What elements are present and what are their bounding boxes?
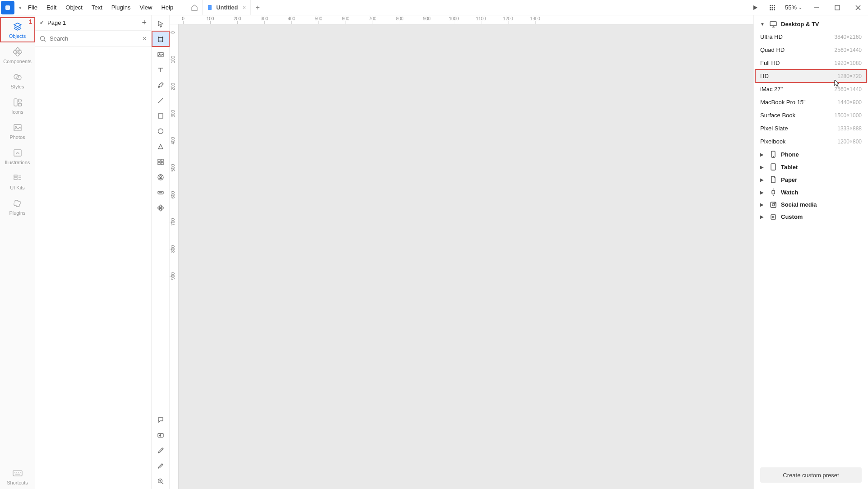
plugins-icon	[13, 198, 23, 208]
page-row[interactable]: ✔ Page 1 +	[35, 15, 151, 31]
menu-edit[interactable]: Edit	[42, 0, 61, 15]
artboard-tool[interactable]	[152, 32, 169, 47]
preset-imac-27[interactable]: iMac 27" 2560×1440	[754, 83, 868, 96]
window-close-button[interactable]	[848, 0, 868, 15]
app-logo[interactable]	[1, 1, 14, 14]
svg-rect-51	[158, 159, 160, 161]
menu-file[interactable]: File	[23, 0, 42, 15]
category-label: Paper	[781, 176, 797, 183]
rail-shortcuts[interactable]: Shortcuts	[0, 464, 35, 489]
svg-rect-42	[159, 37, 162, 41]
clear-search-icon[interactable]: ×	[143, 35, 147, 43]
rail-illustrations[interactable]: Illustrations	[0, 143, 35, 169]
home-icon[interactable]	[187, 4, 202, 11]
svg-rect-29	[14, 175, 17, 177]
page-name: Page 1	[47, 19, 142, 26]
polygon-tool[interactable]	[152, 139, 169, 154]
menu-help[interactable]: Help	[157, 0, 178, 15]
add-page-button[interactable]: +	[142, 18, 147, 28]
ruler-vertical: 0100200300400500600700800900	[170, 24, 179, 489]
text-tool[interactable]	[152, 62, 169, 78]
play-icon[interactable]	[747, 0, 763, 15]
search-input[interactable]	[50, 35, 143, 42]
menu-object[interactable]: Object	[61, 0, 87, 15]
rectangle-tool[interactable]	[152, 108, 169, 124]
rail-uikits[interactable]: UI Kits	[0, 169, 35, 194]
svg-rect-8	[771, 7, 773, 8]
preset-dim: 1200×800	[837, 138, 862, 145]
menubar: ◂ File Edit Object Text Plugins View Hel…	[0, 0, 868, 15]
canvas[interactable]	[179, 24, 753, 489]
svg-point-22	[17, 75, 21, 80]
category-watch[interactable]: ▶ Watch	[754, 186, 868, 198]
rail-styles[interactable]: Styles	[0, 68, 35, 93]
rail-plugins[interactable]: Plugins	[0, 194, 35, 219]
menu-view[interactable]: View	[135, 0, 157, 15]
svg-rect-62	[159, 208, 162, 211]
rail-label: Illustrations	[5, 160, 30, 165]
preset-pixelbook[interactable]: Pixelbook 1200×800	[754, 135, 868, 148]
create-custom-preset-button[interactable]: Create custom preset	[760, 467, 862, 483]
pencil-tool[interactable]	[152, 458, 169, 474]
comment-tool[interactable]	[152, 412, 169, 428]
preset-ultra-hd[interactable]: Ultra HD 3840×2160	[754, 30, 868, 43]
rail-objects[interactable]: 1 Objects	[0, 17, 35, 42]
menu-plugins[interactable]: Plugins	[107, 0, 135, 15]
avatar-tool[interactable]	[152, 170, 169, 185]
category-custom[interactable]: ▶ Custom	[754, 211, 868, 223]
page-expand-icon[interactable]: ✔	[40, 20, 44, 26]
left-rail: 1 Objects Components Styles	[0, 15, 35, 489]
category-desktop[interactable]: ▼ Desktop & TV	[754, 18, 868, 30]
back-caret-icon[interactable]: ◂	[16, 5, 23, 10]
svg-rect-20	[15, 53, 19, 56]
category-social-media[interactable]: ▶ Social media	[754, 198, 868, 211]
tool-column	[152, 15, 170, 489]
svg-line-41	[44, 40, 46, 42]
menu-text[interactable]: Text	[87, 0, 107, 15]
image-tool[interactable]	[152, 47, 169, 62]
caret-down-icon: ▼	[760, 22, 766, 27]
preset-name: iMac 27"	[760, 86, 835, 92]
component-tool[interactable]	[152, 200, 169, 216]
zoom-dropdown[interactable]: 55% ⌄	[781, 4, 806, 11]
rail-label: Icons	[11, 109, 23, 115]
preset-dim: 1920×1080	[835, 60, 862, 66]
document-tab[interactable]: Untitled ×	[202, 0, 251, 15]
chevron-down-icon: ⌄	[799, 5, 802, 10]
category-tablet[interactable]: ▶ Tablet	[754, 161, 868, 173]
zoom-tool[interactable]	[152, 474, 169, 489]
window-minimize-button[interactable]	[807, 0, 826, 15]
category-label: Watch	[781, 189, 799, 196]
category-phone[interactable]: ▶ Phone	[754, 148, 868, 161]
select-tool[interactable]	[152, 16, 169, 32]
svg-rect-3	[209, 7, 211, 7]
grid-icon[interactable]	[764, 0, 780, 15]
tab-close-icon[interactable]: ×	[243, 4, 246, 11]
svg-rect-4	[770, 5, 771, 6]
rail-components[interactable]: Components	[0, 42, 35, 68]
pen-tool[interactable]	[152, 78, 169, 93]
category-paper[interactable]: ▶ Paper	[754, 173, 868, 186]
preset-quad-hd[interactable]: Quad HD 2560×1440	[754, 43, 868, 56]
line-tool[interactable]	[152, 93, 169, 108]
svg-rect-18	[13, 50, 17, 54]
preset-full-hd[interactable]: Full HD 1920×1080	[754, 56, 868, 69]
rail-icons[interactable]: Icons	[0, 93, 35, 118]
preset-macbook-pro-15[interactable]: MacBook Pro 15" 1440×900	[754, 96, 868, 109]
rail-label: Photos	[9, 134, 25, 140]
preset-hd[interactable]: HD 1280×720	[754, 69, 868, 83]
grid-tool[interactable]	[152, 154, 169, 170]
preset-pixel-slate[interactable]: Pixel Slate 1333×888	[754, 122, 868, 135]
window-maximize-button[interactable]	[827, 0, 847, 15]
preset-dim: 1280×720	[837, 73, 862, 79]
ellipse-tool[interactable]	[152, 124, 169, 139]
svg-rect-12	[774, 9, 775, 10]
new-tab-button[interactable]: +	[251, 4, 264, 12]
preset-surface-book[interactable]: Surface Book 1500×1000	[754, 109, 868, 122]
rail-photos[interactable]: Photos	[0, 118, 35, 143]
svg-rect-59	[159, 205, 162, 208]
hotspot-tool[interactable]	[152, 428, 169, 443]
button-tool[interactable]	[152, 185, 169, 200]
eyedropper-tool[interactable]	[152, 443, 169, 458]
search-icon[interactable]	[40, 36, 46, 42]
